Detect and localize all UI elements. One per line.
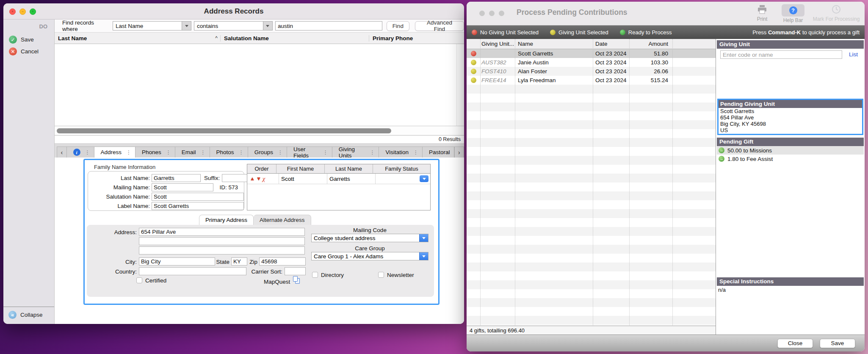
column-header-amount[interactable]: Amount (629, 41, 672, 47)
zoom-window-button[interactable] (499, 11, 504, 16)
pending-unit-address1: 654 Pillar Ave (719, 114, 862, 121)
tab-menu-icon[interactable]: ⋮ (239, 149, 244, 155)
tab-address[interactable]: Address⋮ (94, 147, 136, 158)
tab-groups[interactable]: Groups⋮ (248, 147, 287, 158)
family-status-dropdown-button[interactable] (420, 175, 428, 182)
delete-member-icon[interactable]: χ (263, 176, 265, 182)
contribution-row[interactable]: AUST382 Janie Austin Oct 23 2024 103.30 (467, 58, 716, 67)
address-line1-field[interactable] (139, 228, 305, 236)
cancel-record-button[interactable]: ✕ Cancel (3, 46, 54, 58)
tabs-scroll-right-button[interactable]: › (454, 147, 464, 158)
column-header-primary-phone[interactable]: Primary Phone (369, 35, 464, 41)
address-records-window: × − + Address Records DO ✓ Save ✕ Cancel (3, 3, 464, 324)
horizontal-scrollbar-thumb[interactable] (57, 128, 391, 133)
pending-gift-item[interactable]: → 50.00 to Missions (717, 146, 864, 155)
move-up-icon[interactable]: ▲ (250, 176, 255, 181)
tab-user-fields[interactable]: User Fields⋮ (287, 147, 332, 158)
help-bar-button[interactable]: ? Help Bar (779, 4, 807, 23)
tab-info[interactable]: i ⋮ (67, 147, 94, 158)
contribution-row[interactable]: FOST410 Alan Foster Oct 23 2024 26.06 (467, 67, 716, 76)
address-line2-field[interactable] (139, 237, 305, 245)
mark-for-processing-button[interactable]: Mark For Processing (810, 5, 862, 22)
tab-giving-units[interactable]: Giving Units⋮ (332, 147, 379, 158)
tab-alternate-address[interactable]: Alternate Address (254, 215, 311, 225)
special-instructions-header: Special Instructions (717, 277, 864, 286)
advanced-find-button[interactable]: Advanced Find (415, 21, 464, 31)
close-window-button[interactable] (479, 11, 485, 16)
column-header-date[interactable]: Date (593, 41, 629, 47)
tab-pastoral[interactable]: Pastoral (423, 147, 454, 158)
mailing-code-dropdown[interactable]: College student address (311, 234, 428, 242)
pending-unit-name: Scott Garretts (719, 108, 862, 114)
tab-menu-icon[interactable]: ⋮ (323, 149, 328, 155)
find-button[interactable]: Find (387, 21, 409, 31)
tab-primary-address[interactable]: Primary Address (199, 215, 254, 225)
pending-gift-item[interactable]: → 1.80 to Fee Assist (717, 155, 864, 163)
address-label: Address: (95, 229, 137, 235)
close-button[interactable]: Close (777, 339, 813, 348)
tab-visitation[interactable]: Visitation⋮ (379, 147, 423, 158)
vertical-scrollbar[interactable] (456, 44, 464, 126)
tab-menu-icon[interactable]: ⋮ (201, 149, 206, 155)
print-button[interactable]: Print (749, 5, 776, 22)
tab-menu-icon[interactable]: ⋮ (166, 149, 171, 155)
tab-email[interactable]: Email⋮ (175, 147, 210, 158)
tab-menu-icon[interactable]: ⋮ (370, 149, 375, 155)
minimize-window-button[interactable] (489, 11, 495, 16)
member-last-name[interactable]: Garretts (327, 174, 375, 184)
mapquest-copy-icon[interactable] (293, 276, 301, 285)
process-pending-contributions-window: Process Pending Contributions Print ? He… (467, 2, 865, 351)
salutation-name-field[interactable] (152, 193, 244, 201)
contribution-row[interactable]: Scott Garretts Oct 23 2024 51.80 (467, 49, 716, 58)
titlebar[interactable]: Process Pending Contributions Print ? He… (467, 2, 865, 25)
city-field[interactable] (139, 257, 215, 266)
zip-field[interactable] (259, 257, 306, 266)
horizontal-scrollbar[interactable] (55, 126, 464, 135)
member-first-name[interactable]: Scott (279, 174, 327, 184)
find-operator-dropdown[interactable]: contains (194, 21, 273, 30)
giving-unit-search-input[interactable] (720, 50, 842, 59)
certified-checkbox[interactable] (136, 277, 142, 283)
sort-ascending-icon[interactable]: ^ (215, 35, 218, 41)
tab-menu-icon[interactable]: ⋮ (413, 149, 418, 155)
giving-unit-panel: Giving Unit List Pending Giving Unit Sco… (716, 39, 865, 335)
tab-phones[interactable]: Phones⋮ (135, 147, 175, 158)
save-button[interactable]: Save (820, 339, 855, 348)
save-record-button[interactable]: ✓ Save (3, 34, 54, 46)
yellow-status-icon (471, 77, 476, 83)
carrier-sort-field[interactable] (285, 267, 306, 275)
results-table-header: Last Name ^ Salutation Name Primary Phon… (55, 32, 464, 44)
column-header-name[interactable]: Name (515, 41, 593, 47)
yellow-status-icon (471, 69, 476, 74)
tab-menu-icon[interactable]: ⋮ (278, 149, 283, 155)
care-group-label: Care Group (311, 245, 428, 252)
titlebar[interactable]: × − + Address Records (3, 3, 464, 19)
tabs-scroll-left-button[interactable]: ‹ (57, 147, 67, 158)
directory-checkbox[interactable] (312, 272, 318, 278)
label-name-field[interactable] (152, 202, 244, 210)
newsletter-checkbox[interactable] (378, 272, 384, 278)
column-header-last-name[interactable]: Last Name ^ (55, 35, 220, 41)
find-field-dropdown[interactable]: Last Name (113, 21, 191, 30)
tab-menu-icon[interactable]: ⋮ (85, 149, 90, 155)
giving-unit-header: Giving Unit (717, 40, 864, 49)
move-down-icon[interactable]: ▼ (256, 176, 261, 181)
find-search-input[interactable] (275, 21, 382, 30)
address-line3-field[interactable] (139, 246, 305, 254)
column-header-salutation-name[interactable]: Salutation Name (220, 35, 369, 41)
country-field[interactable] (139, 267, 246, 275)
tab-menu-icon[interactable]: ⋮ (126, 149, 131, 155)
last-name-field[interactable] (152, 174, 201, 182)
tab-photos[interactable]: Photos⋮ (210, 147, 248, 158)
clock-icon (832, 5, 841, 14)
column-header-giving-unit[interactable]: Giving Unit... (480, 41, 515, 47)
contribution-row[interactable]: FREE414 Lyla Freedman Oct 23 2024 515.24 (467, 76, 716, 85)
column-header-first-name: First Name (276, 164, 324, 173)
collapse-sidebar-button[interactable]: « Collapse (3, 307, 54, 324)
green-status-icon (620, 30, 625, 35)
care-group-dropdown[interactable]: Care Group 1 - Alex Adams (311, 252, 428, 260)
mailing-name-field[interactable] (152, 183, 213, 191)
suffix-field[interactable] (222, 174, 247, 182)
list-link[interactable]: List (849, 51, 858, 58)
member-family-status-cell[interactable] (375, 174, 430, 184)
